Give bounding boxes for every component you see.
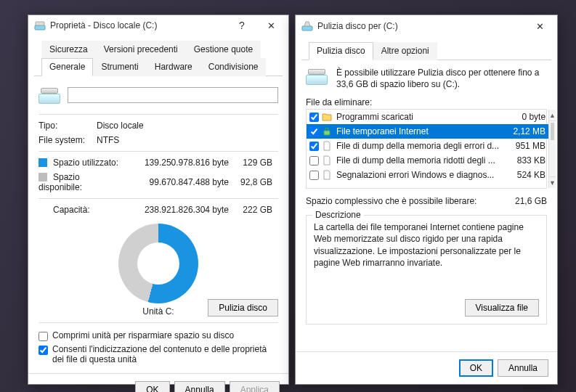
svg-rect-1 bbox=[36, 22, 44, 25]
titlebar[interactable]: Proprietà - Disco locale (C:) ? ✕ bbox=[28, 15, 288, 36]
ok-button[interactable]: OK bbox=[135, 381, 169, 392]
lock-icon bbox=[322, 126, 332, 136]
tabs-row-1: Sicurezza Versioni precedenti Gestione q… bbox=[34, 40, 283, 57]
total-label: Spazio complessivo che è possibile liber… bbox=[306, 196, 515, 206]
tab-quote[interactable]: Gestione quote bbox=[186, 41, 261, 58]
file-icon bbox=[322, 141, 332, 151]
type-value: Disco locale bbox=[97, 121, 144, 131]
drive-caption: Unità C: bbox=[142, 306, 174, 317]
dialog-footer: OK Annulla bbox=[296, 351, 557, 384]
item-label: Programmi scaricati bbox=[335, 112, 499, 122]
window-title: Proprietà - Disco locale (C:) bbox=[50, 20, 157, 30]
compress-checkbox[interactable]: Comprimi unità per risparmiare spazio su… bbox=[38, 329, 278, 343]
drive-name-input[interactable] bbox=[68, 87, 278, 103]
tab-altre[interactable]: Altre opzioni bbox=[373, 42, 437, 60]
tab-hardware[interactable]: Hardware bbox=[147, 58, 200, 76]
fs-value: NTFS bbox=[97, 135, 119, 145]
used-bytes: 139.250.978.816 byte bbox=[126, 158, 235, 168]
tab-versioni[interactable]: Versioni precedenti bbox=[96, 41, 186, 58]
file-list[interactable]: Programmi scaricati 0 byte File temporan… bbox=[306, 109, 547, 189]
item-label: File temporanei Internet bbox=[335, 126, 499, 136]
drive-icon-small bbox=[34, 20, 46, 31]
item-label: File di dump della memoria ridotti degli… bbox=[335, 155, 499, 166]
close-button[interactable]: ✕ bbox=[255, 15, 287, 36]
item-checkbox[interactable] bbox=[309, 113, 319, 122]
folder-icon bbox=[322, 112, 332, 122]
item-label: Segnalazioni errori Windows e diagnos... bbox=[335, 170, 499, 180]
file-icon bbox=[322, 155, 332, 166]
list-item[interactable]: File di dump della memoria ridotti degli… bbox=[307, 153, 548, 168]
intro-text: È possibile utilizzare Pulizia disco per… bbox=[336, 68, 547, 90]
tab-pulizia[interactable]: Pulizia disco bbox=[309, 42, 373, 60]
dialog-footer: OK Annulla Applica bbox=[28, 373, 288, 392]
tab-body: Tipo:Disco locale File system:NTFS Spazi… bbox=[28, 76, 288, 373]
free-gb: 92,8 GB bbox=[235, 177, 278, 187]
scroll-up-icon[interactable]: ▲ bbox=[549, 110, 556, 121]
item-size: 833 KB bbox=[502, 155, 545, 166]
item-size: 0 byte bbox=[502, 112, 545, 122]
used-label: Spazio utilizzato: bbox=[38, 158, 126, 168]
free-label: Spazio disponibile: bbox=[38, 172, 126, 192]
item-size: 951 MB bbox=[502, 141, 545, 151]
list-item[interactable]: Programmi scaricati 0 byte bbox=[307, 110, 548, 124]
item-checkbox[interactable] bbox=[309, 156, 319, 166]
scrollbar[interactable]: ▲ ▼ bbox=[548, 110, 556, 188]
file-icon bbox=[322, 170, 332, 180]
cleanup-large-icon bbox=[306, 68, 329, 85]
item-checkbox[interactable] bbox=[309, 127, 319, 136]
tab-generale[interactable]: Generale bbox=[41, 58, 93, 76]
titlebar[interactable]: Pulizia disco per (C:) ✕ bbox=[296, 15, 557, 37]
description-text: La cartella dei file temporanei Internet… bbox=[314, 221, 539, 269]
list-item[interactable]: File di dump della memoria degli errori … bbox=[307, 139, 548, 153]
description-group: Descrizione La cartella dei file tempora… bbox=[306, 215, 547, 324]
tab-condivisione[interactable]: Condivisione bbox=[200, 58, 267, 76]
total-value: 21,6 GB bbox=[515, 196, 547, 206]
disk-properties-window: Proprietà - Disco locale (C:) ? ✕ Sicure… bbox=[28, 15, 289, 385]
window-title: Pulizia disco per (C:) bbox=[317, 21, 398, 31]
cancel-button[interactable]: Annulla bbox=[498, 359, 548, 377]
tab-body: È possibile utilizzare Pulizia disco per… bbox=[296, 60, 557, 351]
close-button[interactable]: ✕ bbox=[524, 16, 556, 36]
fs-label: File system: bbox=[38, 135, 97, 145]
cap-gb: 222 GB bbox=[235, 205, 278, 215]
svg-rect-3 bbox=[324, 131, 330, 135]
help-button[interactable]: ? bbox=[229, 15, 255, 36]
item-checkbox[interactable] bbox=[309, 171, 319, 180]
svg-rect-2 bbox=[302, 26, 312, 30]
apply-button[interactable]: Applica bbox=[230, 381, 280, 392]
scroll-down-icon[interactable]: ▼ bbox=[549, 176, 556, 188]
description-title: Descrizione bbox=[312, 210, 364, 220]
item-label: File di dump della memoria degli errori … bbox=[335, 141, 499, 151]
scroll-thumb[interactable] bbox=[551, 123, 554, 140]
cap-bytes: 238.921.826.304 byte bbox=[126, 205, 235, 215]
cleanup-icon bbox=[301, 20, 313, 32]
tab-strumenti[interactable]: Strumenti bbox=[93, 58, 146, 76]
tab-sicurezza[interactable]: Sicurezza bbox=[41, 41, 96, 58]
index-checkbox[interactable]: Consenti l'indicizzazione del contenuto … bbox=[38, 343, 278, 366]
tabs-row-2: Generale Strumenti Hardware Condivisione bbox=[34, 57, 283, 76]
view-files-button[interactable]: Visualizza file bbox=[465, 299, 539, 317]
ok-button[interactable]: OK bbox=[459, 359, 493, 377]
cap-label: Capacità: bbox=[38, 205, 126, 215]
cancel-button[interactable]: Annulla bbox=[174, 381, 225, 392]
drive-icon bbox=[38, 86, 59, 104]
svg-rect-0 bbox=[35, 25, 45, 30]
item-checkbox[interactable] bbox=[309, 142, 319, 151]
item-size: 2,12 MB bbox=[502, 126, 545, 136]
type-label: Tipo: bbox=[38, 121, 97, 131]
list-label: File da eliminare: bbox=[306, 97, 547, 107]
disk-cleanup-window: Pulizia disco per (C:) ✕ Pulizia disco A… bbox=[295, 15, 558, 385]
usage-chart bbox=[118, 224, 198, 303]
list-item[interactable]: Segnalazioni errori Windows e diagnos...… bbox=[307, 168, 548, 182]
free-bytes: 99.670.847.488 byte bbox=[126, 177, 235, 187]
item-size: 524 KB bbox=[502, 170, 545, 180]
tabs-row: Pulizia disco Altre opzioni bbox=[301, 41, 551, 60]
disk-cleanup-button[interactable]: Pulizia disco bbox=[208, 299, 278, 317]
used-gb: 129 GB bbox=[235, 158, 278, 168]
list-item[interactable]: File temporanei Internet 2,12 MB bbox=[307, 124, 548, 139]
